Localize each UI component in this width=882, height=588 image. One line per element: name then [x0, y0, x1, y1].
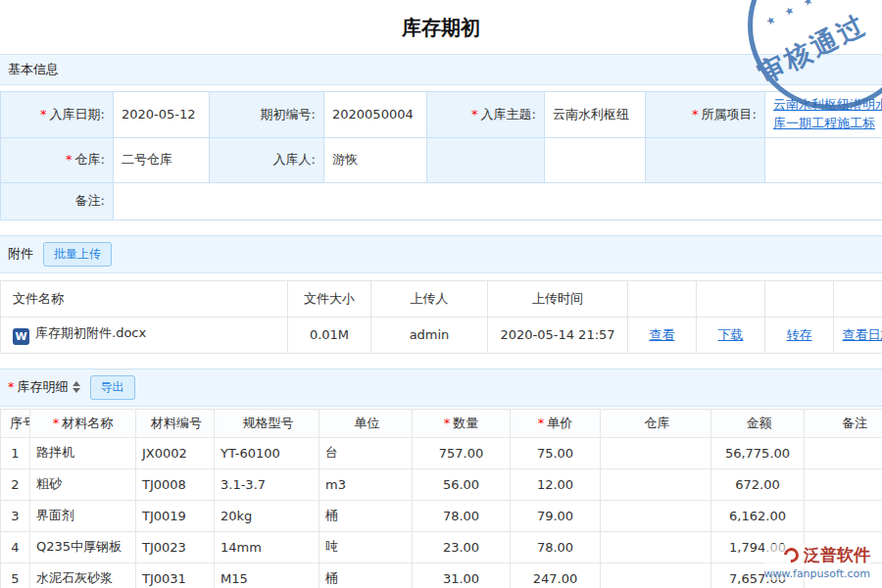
unit-cell: 桶 — [319, 563, 413, 588]
attachments-section-title: 附件 — [8, 245, 33, 263]
material-name-cell: 水泥石灰砂浆 — [30, 563, 136, 588]
remark-label: 备注: — [1, 182, 114, 220]
details-column-header: 规格型号 — [215, 409, 319, 437]
storekeeper-value: 游恢 — [324, 137, 427, 182]
required-mark: * — [471, 107, 478, 122]
spec-model-cell: M15 — [215, 563, 319, 588]
empty-value-cell — [765, 137, 882, 182]
uploader-cell: admin — [371, 317, 488, 353]
basic-info-section-title: 基本信息 — [8, 61, 59, 78]
spec-model-cell: YT-60100 — [215, 437, 319, 468]
details-column-header: *单价 — [511, 409, 601, 437]
file-size-cell: 0.01M — [288, 317, 371, 353]
warehouse-cell — [601, 531, 711, 563]
uploader-header: 上传人 — [371, 280, 488, 317]
basic-info-section-header: 基本信息 — [0, 54, 882, 85]
details-header-row: 序号 *材料名称 材料编号 规格型号 单位 *数量 *单价 仓库 金额 — [1, 409, 882, 437]
word-file-icon: W — [13, 328, 29, 345]
warehouse-cell — [601, 563, 711, 588]
storekeeper-label: 入库人: — [210, 137, 324, 182]
amount-cell: 56,775.00 — [711, 437, 805, 468]
warehouse-value: 二号仓库 — [114, 137, 210, 182]
opening-number-label: 期初编号: — [210, 92, 324, 138]
material-name-cell: 界面剂 — [30, 500, 136, 531]
warehouse-cell — [601, 437, 711, 468]
vendor-url: www.fanpusoft.com — [764, 567, 870, 580]
amount-cell: 6,162.00 — [711, 500, 805, 531]
upload-time-cell: 2020-05-14 21:57 — [488, 317, 628, 353]
remark-cell — [805, 500, 882, 531]
details-column-header: *材料名称 — [30, 409, 136, 437]
unit-cell: 台 — [319, 437, 413, 468]
serial-cell: 4 — [1, 531, 30, 563]
project-label: *所属项目: — [646, 92, 765, 138]
required-mark: * — [53, 416, 60, 430]
required-mark: * — [538, 416, 545, 430]
empty-label-cell — [427, 137, 545, 182]
inventory-details-table: 序号 *材料名称 材料编号 规格型号 单位 *数量 *单价 仓库 金额 — [0, 409, 882, 588]
view-link[interactable]: 查看 — [650, 327, 675, 342]
quantity-cell: 56.00 — [413, 468, 511, 500]
storage-date-label: *入库日期: — [1, 92, 114, 138]
details-column-header: 仓库 — [601, 409, 711, 437]
spec-model-cell: 3.1-3.7 — [215, 468, 319, 500]
material-name-cell: Q235中厚钢板 — [30, 531, 136, 563]
storage-date-value: 2020-05-12 — [114, 92, 210, 138]
unit-price-cell: 247.00 — [511, 563, 601, 588]
project-link[interactable]: 云南水利枢纽潜明水库一期工程施工标 — [773, 96, 882, 133]
details-section-title: *库存明细 — [8, 377, 80, 397]
batch-upload-button[interactable]: 批量上传 — [43, 242, 112, 267]
remark-value — [114, 182, 882, 220]
material-code-cell: JX0002 — [136, 437, 215, 468]
unit-price-cell: 79.00 — [511, 500, 601, 531]
remark-cell — [805, 468, 882, 500]
page-title: 库存期初 — [0, 0, 882, 54]
attachments-header-row: 文件名称 文件大小 上传人 上传时间 — [1, 280, 882, 317]
transfer-link[interactable]: 转存 — [787, 327, 812, 342]
material-code-cell: TJ0023 — [136, 531, 215, 563]
vendor-brand: 泛普软件 www.fanpusoft.com — [764, 544, 870, 580]
spec-model-cell: 20kg — [215, 500, 319, 531]
remark-cell — [805, 437, 882, 468]
empty-label-cell — [646, 137, 765, 182]
unit-cell: 吨 — [319, 531, 413, 563]
export-button[interactable]: 导出 — [90, 375, 135, 400]
file-size-header: 文件大小 — [288, 280, 371, 317]
attachments-table: 文件名称 文件大小 上传人 上传时间 W库存期初附件.docx 0.01M ad… — [0, 280, 882, 354]
required-mark: * — [40, 107, 47, 122]
unit-price-cell: 75.00 — [511, 437, 601, 468]
details-column-header: 备注 — [805, 409, 882, 437]
download-link[interactable]: 下载 — [718, 327, 744, 342]
serial-cell: 2 — [1, 468, 30, 500]
details-column-header: 单位 — [319, 409, 413, 437]
storage-subject-value: 云南水利枢纽 — [545, 92, 646, 138]
vendor-name: 泛普软件 — [804, 544, 870, 566]
required-mark: * — [66, 152, 73, 167]
warehouse-cell — [601, 468, 711, 500]
unit-price-cell: 12.00 — [511, 468, 601, 500]
material-code-cell: TJ0031 — [136, 563, 215, 588]
file-name-header: 文件名称 — [1, 280, 288, 317]
material-row: 5 水泥石灰砂浆 TJ0031 M15 桶 31.00 247.00 7,657… — [1, 563, 882, 588]
serial-cell: 1 — [1, 437, 30, 468]
material-row: 2 粗砂 TJ0008 3.1-3.7 m3 56.00 12.00 672.0… — [1, 468, 882, 500]
material-row: 1 路拌机 JX0002 YT-60100 台 757.00 75.00 56,… — [1, 437, 882, 468]
storage-subject-label: *入库主题: — [427, 92, 545, 138]
attachments-section-header: 附件 批量上传 — [0, 235, 882, 273]
quantity-cell: 78.00 — [413, 500, 511, 531]
material-code-cell: TJ0019 — [136, 500, 215, 531]
material-row: 3 界面剂 TJ0019 20kg 桶 78.00 79.00 6,162.00 — [1, 500, 882, 531]
material-name-cell: 粗砂 — [30, 468, 136, 500]
unit-cell: 桶 — [319, 500, 413, 531]
serial-cell: 3 — [1, 500, 30, 531]
view-log-link[interactable]: 查看日志 — [843, 327, 882, 342]
page: ★ ★ ★ 审核通过 库存期初 基本信息 *入库日期: 2020-05-12 期… — [0, 0, 882, 588]
basic-info-form: *入库日期: 2020-05-12 期初编号: 2020050004 *入库主题… — [0, 91, 882, 220]
required-mark: * — [692, 107, 699, 122]
required-mark: * — [444, 416, 451, 430]
opening-number-value: 2020050004 — [324, 92, 427, 138]
spec-model-cell: 14mm — [215, 531, 319, 563]
serial-cell: 5 — [1, 563, 30, 588]
sort-toggle-icon[interactable] — [73, 377, 80, 397]
actions-header — [765, 280, 834, 317]
